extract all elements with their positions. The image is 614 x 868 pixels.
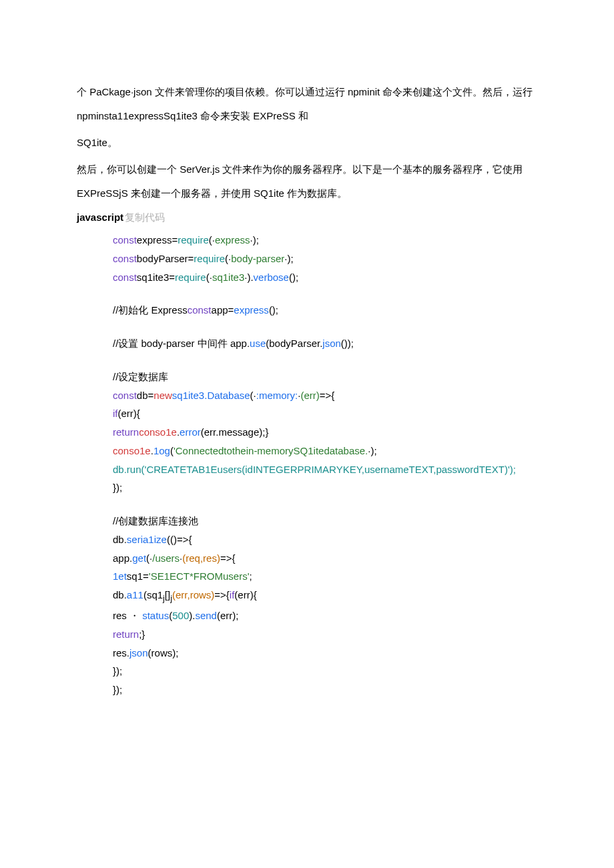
keyword-return: return [113,628,139,640]
comment: //创建数据库连接池 [113,515,198,526]
text: app. [113,552,132,564]
text: (rows); [148,647,179,659]
text: (sq1 [143,589,163,600]
code-line: }); [113,662,537,681]
code-line: }); [113,681,537,699]
keyword-const: const [188,304,212,316]
text: res. [113,647,129,659]
keyword-const: const [113,272,137,283]
code-line: res.json(rows); [113,644,537,663]
string: 'Connectedtothein-memorySQ1itedatabase. [174,445,368,456]
code-header: javascript复制代码 [77,205,537,230]
text: sq1ite3= [137,272,175,283]
text: (); [289,272,298,283]
text: (err){ [118,408,140,419]
text: ); [253,234,259,246]
text: =>{ [214,589,230,600]
text: (bodyParser. [266,338,322,349]
string: express [215,234,250,246]
code-line: constexpress=require(·express·); [113,231,537,250]
string: sq1ite3 [212,272,244,283]
string: 'SE1ECT*FROMusers' [149,570,250,582]
text: (err.message);} [201,426,269,438]
text: }); [113,684,122,695]
fn-json: json [129,647,148,659]
text: db. [113,534,127,545]
fn-json: json [322,338,341,349]
keyword-const: const [113,234,137,246]
fn-log: 1og [154,445,170,456]
text: 然后，你可以创建一个 SerVer.js 文件来作为你的服务器程序。以下是一个基… [77,163,523,199]
keyword-if: if [113,408,118,419]
text: SQ1ite。 [77,137,117,148]
text: json 文件来管理你的项目依赖。你可以通过运行 npminit 命令来创建这个… [77,86,533,121]
blank-line [113,497,537,512]
text: =>{ [320,390,335,401]
fn-all: a11 [127,589,143,600]
text: (); [269,304,278,316]
keyword-const: const [113,390,137,401]
code-line: 1etsq1='SE1ECT*FROMusers'; [113,567,537,586]
code-language-label: javascript [77,211,123,223]
string: body-parser [231,253,284,264]
code-line: //设定数据库 [113,368,537,386]
text: bodyParser= [137,253,194,264]
param-err: err [304,390,316,401]
copy-code-label: 复制代码 [125,211,165,223]
keyword-let: 1et [113,570,127,582]
fn-verbose: verbose [254,272,289,283]
fn-error: error [180,426,201,438]
class-name: sq1ite3.Database [172,390,250,401]
text: ); [287,253,293,264]
fn-send: send [195,610,217,621]
text: app= [212,304,234,316]
text: }); [113,665,122,677]
document-page: 个 PaCkage·json 文件来管理你的项目依赖。你可以通过运行 npmin… [0,0,614,739]
db: db. [113,464,127,475]
code-line: //初始化 Expressconstapp=express(); [113,301,537,320]
code-line: constbodyParser=require(·body-parser·); [113,250,537,268]
code-line: res ・ status(500).send(err); [113,606,537,625]
code-line: if(err){ [113,404,537,423]
fn-use: use [250,338,266,349]
text: res ・ [113,610,142,621]
code-line: constdb=newsq1ite3.Database(·:memory:·(e… [113,386,537,405]
text: (err){ [234,589,256,600]
string: /users [152,552,180,564]
number: 500 [172,610,189,621]
text: (()=>{ [167,534,192,545]
text: =>{ [220,552,236,564]
keyword-new: new [154,390,172,401]
console: conso1e [113,445,151,456]
text: express= [137,234,178,246]
fn-require: require [175,272,206,283]
fn-require: require [194,253,225,264]
code-line: return;} [113,625,537,644]
fn-express: express [234,304,269,316]
code-line: //设置 body-parser 中间件 app.use(bodyParser.… [113,334,537,353]
text: }); [113,482,122,493]
text: ()); [341,338,354,349]
code-line: returnconso1e.error(err.message);} [113,423,537,442]
string: 'CREATETAB1Eusers(idINTEGERPRIMARYKEY,us… [145,464,510,475]
fn-run: run [127,464,141,475]
code-line: db.seria1ize(()=>{ [113,530,537,549]
code-line: conso1e.1og('Connectedtothein-memorySQ1i… [113,442,537,460]
params: (err,rows) [172,589,214,600]
text: 个 PaCkage [77,86,131,97]
text: (err); [217,610,239,621]
params: (req,res) [182,552,220,564]
text: sq1= [127,570,149,582]
code-line: }); [113,478,537,497]
keyword-const: const [113,253,137,264]
comment: //设定数据库 [113,371,168,382]
code-block: constexpress=require(·express·); constbo… [77,231,537,699]
console: conso1e [139,426,177,438]
fn-serialize: seria1ize [127,534,167,545]
blank-line [113,320,537,334]
text: db= [137,390,154,401]
code-line: db.a11(sq1j[]j(err,rows)=>{if(err){ [113,586,537,606]
fn-require: require [178,234,209,246]
code-line: //创建数据库连接池 [113,512,537,530]
blank-line [113,286,537,301]
